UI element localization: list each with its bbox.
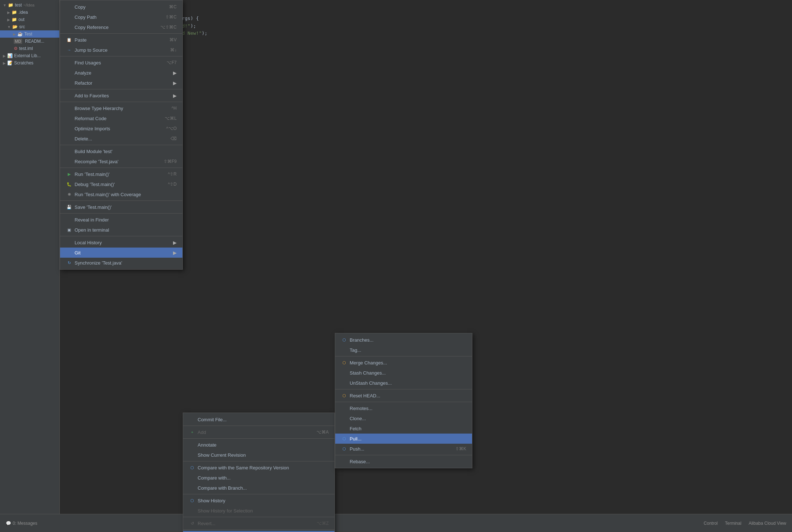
menu-item-optimize-imports[interactable]: Optimize Imports ^⌥O [60,123,182,134]
menu-item-compare-same-repo[interactable]: ⬡ Compare with the Same Repository Versi… [183,463,334,473]
menu-label-debug: Debug 'Test.main()' [75,182,115,187]
sidebar-item-external-lib[interactable]: ▶ 📊 External Lib... [0,52,59,59]
menu-item-analyze[interactable]: Analyze ▶ [60,68,182,78]
menu-label-rebase: Rebase... [350,459,370,464]
git-sep5 [183,517,334,517]
idea-folder-icon: 📁 [12,10,17,15]
status-messages[interactable]: 💬 0: Messages [6,521,37,526]
clone-icon [341,415,347,422]
sidebar-item-out[interactable]: ▶ 📁 out [0,16,59,23]
menu-label-reformat-code: Reformat Code [75,116,106,121]
tag-icon [341,347,347,353]
optimize-icon [66,125,72,132]
menu-item-delete[interactable]: Delete... ⌫ [60,134,182,144]
menu-item-reveal-in-finder[interactable]: Reveal in Finder [60,215,182,225]
compare-with-icon [189,474,195,481]
sync-icon: ↻ [66,259,72,266]
menu-label-copy: Copy [75,4,85,10]
sidebar-item-iml[interactable]: ⚙ test.iml [0,45,59,52]
menu-item-browse-type-hierarchy[interactable]: Browse Type Hierarchy ^H [60,103,182,113]
menu-item-compare-branch[interactable]: Compare with Branch... [183,483,334,493]
menu-item-pull[interactable]: ⬡ Pull... [335,434,472,444]
menu-item-branches[interactable]: ⬡ Branches... [335,335,472,345]
menu-item-remotes[interactable]: Remotes... [335,403,472,413]
menu-item-show-history-selection[interactable]: Show History for Selection [183,506,334,516]
run-icon: ▶ [66,171,72,177]
expand-arrow-scratches: ▶ [3,61,6,65]
status-version-control[interactable]: Control [704,521,718,526]
revert-shortcut: ⌥⌘Z [317,521,329,526]
menu-label-compare-branch: Compare with Branch... [198,485,247,491]
menu-item-add[interactable]: + Add ⌥⌘A [183,427,334,437]
push-shortcut: ⇧⌘K [455,446,466,451]
menu-label-reveal-in-finder: Reveal in Finder [75,217,109,223]
sidebar-item-test-java[interactable]: ▶ ☕ Test [0,30,59,38]
sidebar-label-src: src [19,24,25,29]
coverage-icon: ❋ [66,191,72,198]
menu-item-add-to-favorites[interactable]: Add to Favorites ▶ [60,90,182,101]
menu-item-copy-path[interactable]: Copy Path ⇧⌘C [60,12,182,22]
menu-item-reset-head[interactable]: ⬡ Reset HEAD... [335,390,472,401]
debug-icon: 🐛 [66,181,72,187]
menu-item-annotate[interactable]: Annotate [183,440,334,450]
paste-shortcut: ⌘V [169,37,177,42]
menu-item-synchronize[interactable]: ↻ Synchronize 'Test.java' [60,258,182,268]
menu-item-copy-reference[interactable]: Copy Reference ⌥⇧⌘C [60,22,182,32]
sidebar-item-src[interactable]: ▼ 📂 src [0,23,59,30]
menu-item-rebase[interactable]: Rebase... [335,456,472,466]
menu-item-save[interactable]: 💾 Save 'Test.main()' [60,202,182,212]
finder-icon [66,216,72,223]
menu-item-merge-changes[interactable]: ⬡ Merge Changes... [335,358,472,368]
terminal-icon: ▣ [66,227,72,233]
menu-item-build-module[interactable]: Build Module 'test' [60,146,182,156]
menu-item-push[interactable]: ⬡ Push... ⇧⌘K [335,444,472,454]
menu-item-local-history[interactable]: Local History ▶ [60,237,182,248]
menu-label-clone: Clone... [350,416,366,421]
status-terminal[interactable]: Terminal [725,521,741,526]
menu-label-paste: Paste [75,37,87,43]
project-folder-icon: 📁 [8,3,13,8]
menu-item-commit-file[interactable]: Commit File... [183,414,334,425]
recompile-icon [66,158,72,165]
git-sep2 [183,438,334,439]
compare-same-icon: ⬡ [189,464,195,471]
find-shortcut: ⌥F7 [167,60,177,65]
status-alibaba[interactable]: Alibaba Cloud View [749,521,786,526]
sidebar-item-test[interactable]: ▼ 📁 test ~/Idea [0,1,59,9]
menu-item-show-current-revision[interactable]: Show Current Revision [183,450,334,460]
recompile-shortcut: ⇧⌘F9 [164,159,177,164]
reformat-shortcut: ⌥⌘L [165,116,177,121]
menu-item-git[interactable]: Git ▶ [60,248,182,258]
menu-label-annotate: Annotate [198,442,216,448]
sidebar-item-idea[interactable]: ▶ 📁 .idea [0,9,59,16]
menu-item-run[interactable]: ▶ Run 'Test.main()' ^⇧R [60,169,182,179]
hierarchy-icon [66,105,72,111]
menu-item-copy[interactable]: Copy ⌘C [60,2,182,12]
menu-item-open-in-terminal[interactable]: ▣ Open in terminal [60,225,182,235]
sidebar-item-scratches[interactable]: ▶ 📝 Scratches [0,59,59,67]
menu-item-jump-to-source[interactable]: → Jump to Source ⌘↓ [60,45,182,55]
delete-shortcut: ⌫ [170,136,177,141]
menu-item-refactor[interactable]: Refactor ▶ [60,78,182,88]
menu-label-synchronize: Synchronize 'Test.java' [75,260,122,266]
menu-item-find-usages[interactable]: Find Usages ⌥F7 [60,58,182,68]
menu-item-stash-changes[interactable]: Stash Changes... [335,368,472,378]
menu-item-paste[interactable]: 📋 Paste ⌘V [60,35,182,45]
menu-label-open-in-terminal: Open in terminal [75,227,109,233]
menu-item-fetch[interactable]: Fetch [335,423,472,434]
sidebar-item-readme[interactable]: MD READM... [0,38,59,45]
menu-item-unstash-changes[interactable]: UnStash Changes... [335,378,472,388]
menu-item-debug[interactable]: 🐛 Debug 'Test.main()' ^⇧D [60,179,182,189]
menu-item-run-coverage[interactable]: ❋ Run 'Test.main()' with Coverage [60,189,182,199]
menu-item-tag[interactable]: Tag... [335,345,472,355]
menu-item-reformat-code[interactable]: Reformat Code ⌥⌘L [60,113,182,123]
menu-item-clone[interactable]: Clone... [335,413,472,423]
menu-item-revert[interactable]: ↺ Revert... ⌥⌘Z [183,518,334,528]
menu-label-fetch: Fetch [350,426,362,431]
menu-item-show-history[interactable]: ⬡ Show History [183,495,334,506]
menu-item-compare-with[interactable]: Compare with... [183,473,334,483]
git-sep3 [183,461,334,461]
menu-item-recompile[interactable]: Recompile 'Test.java' ⇧⌘F9 [60,156,182,166]
menu-label-git: Git [75,250,81,256]
menu-label-save: Save 'Test.main()' [75,204,112,210]
